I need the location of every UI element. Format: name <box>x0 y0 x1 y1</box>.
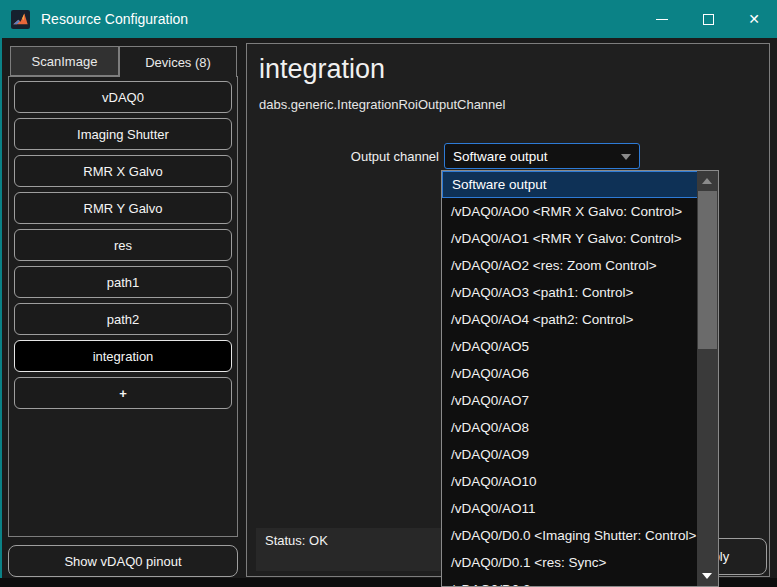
dropdown-option[interactable]: /vDAQ0/AO9 <box>442 441 698 468</box>
device-button[interactable]: RMR Y Galvo <box>14 192 232 224</box>
resource-configuration-window: Resource Configuration ✕ ScanImage Devic… <box>0 0 777 587</box>
dropdown-option[interactable]: /vDAQ0/AO1 <RMR Y Galvo: Control> <box>442 225 698 252</box>
output-channel-label: Output channel <box>307 149 439 164</box>
close-icon: ✕ <box>748 12 760 26</box>
device-button[interactable]: path2 <box>14 303 232 335</box>
close-button[interactable]: ✕ <box>731 0 777 38</box>
scrollbar-thumb[interactable] <box>698 191 717 349</box>
device-button[interactable]: integration <box>14 340 232 372</box>
dropdown-option[interactable]: /vDAQ0/AO6 <box>442 360 698 387</box>
maximize-button[interactable] <box>685 0 731 38</box>
device-button[interactable]: res <box>14 229 232 261</box>
titlebar: Resource Configuration ✕ <box>0 0 777 38</box>
combobox-value: Software output <box>453 149 548 164</box>
device-button[interactable]: Imaging Shutter <box>14 118 232 150</box>
page-title: integration <box>259 54 385 85</box>
tab-devices[interactable]: Devices (8) <box>119 46 237 77</box>
scrollbar-up-icon[interactable] <box>702 178 712 184</box>
device-button[interactable]: RMR X Galvo <box>14 155 232 187</box>
dropdown-option[interactable]: /vDAQ0/AO10 <box>442 468 698 495</box>
device-list: vDAQ0 Imaging Shutter RMR X Galvo RMR Y … <box>14 81 232 372</box>
output-channel-dropdown-list: Software output /vDAQ0/AO0 <RMR X Galvo:… <box>441 170 719 587</box>
matlab-icon <box>11 10 30 29</box>
chevron-down-icon <box>621 154 631 160</box>
dropdown-scrollbar[interactable] <box>697 171 718 586</box>
dropdown-option[interactable]: /vDAQ0/AO11 <box>442 495 698 522</box>
dropdown-option[interactable]: /vDAQ0/AO4 <path2: Control> <box>442 306 698 333</box>
devices-panel: vDAQ0 Imaging Shutter RMR X Galvo RMR Y … <box>8 76 238 537</box>
dropdown-option[interactable]: /vDAQ0/D0.0 <Imaging Shutter: Control> <box>442 522 698 549</box>
maximize-icon <box>703 14 714 25</box>
dropdown-options: Software output /vDAQ0/AO0 <RMR X Galvo:… <box>442 171 698 587</box>
minimize-icon <box>656 19 668 20</box>
dropdown-option[interactable]: /vDAQ0/AO5 <box>442 333 698 360</box>
status-text: Status: OK <box>265 533 328 548</box>
device-button[interactable]: path1 <box>14 266 232 298</box>
device-button[interactable]: vDAQ0 <box>14 81 232 113</box>
scrollbar-down-icon[interactable] <box>702 573 712 579</box>
dropdown-option[interactable]: /vDAQ0/AO3 <path1: Control> <box>442 279 698 306</box>
add-device-button[interactable]: + <box>14 377 232 409</box>
dropdown-option[interactable]: /vDAQ0/AO0 <RMR X Galvo: Control> <box>442 198 698 225</box>
window-title: Resource Configuration <box>41 11 188 27</box>
dropdown-option[interactable]: /vDAQ0/AO7 <box>442 387 698 414</box>
dropdown-option[interactable]: Software output <box>442 171 698 198</box>
window-left-border <box>0 38 2 580</box>
minimize-button[interactable] <box>639 0 685 38</box>
dropdown-option[interactable]: /vDAQ0/AO8 <box>442 414 698 441</box>
class-name-label: dabs.generic.IntegrationRoiOutputChannel <box>259 97 505 112</box>
dropdown-option[interactable]: /vDAQ0/D0.1 <res: Sync> <box>442 549 698 576</box>
dropdown-option[interactable]: /vDAQ0/AO2 <res: Zoom Control> <box>442 252 698 279</box>
dropdown-option[interactable]: /vDAQ0/D0.2 <box>442 576 698 587</box>
tab-scanimage[interactable]: ScanImage <box>10 46 119 76</box>
output-channel-combobox[interactable]: Software output <box>444 143 640 169</box>
window-controls: ✕ <box>639 0 777 38</box>
show-pinout-button[interactable]: Show vDAQ0 pinout <box>8 545 238 577</box>
